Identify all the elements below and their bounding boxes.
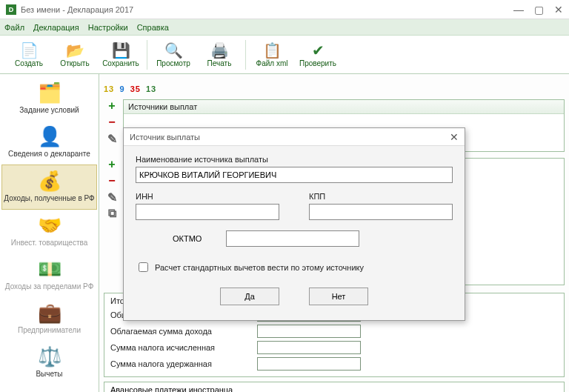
edit-source-button[interactable]: ✎ xyxy=(105,132,119,145)
dialog-close-button[interactable]: ✕ xyxy=(450,131,459,143)
window-title: Без имени - Декларация 2017 xyxy=(21,5,133,14)
kpp-label: КПП xyxy=(309,192,453,201)
titlebar: D Без имени - Декларация 2017 — ▢ ✕ xyxy=(0,0,569,19)
sidebar: 🗂️Задание условий 👤Сведения о декларанте… xyxy=(0,74,99,392)
briefcase-icon: 💼 xyxy=(38,302,61,325)
sidebar-item-conditions[interactable]: 🗂️Задание условий xyxy=(1,77,97,121)
check-icon: ✔ xyxy=(312,41,325,59)
preview-button[interactable]: 🔍Просмотр xyxy=(150,37,196,73)
folder-open-icon: 📂 xyxy=(66,41,84,59)
minimize-button[interactable]: — xyxy=(513,4,524,16)
sidebar-item-declarant[interactable]: 👤Сведения о декларанте xyxy=(1,121,97,165)
toolbar: 📄Создать 📂Открыть 💾Сохранить 🔍Просмотр 🖨… xyxy=(0,36,569,74)
taxable-income-label: Облагаемая сумма дохода xyxy=(110,327,251,336)
oktmo-input[interactable] xyxy=(226,230,359,247)
copy-income-button[interactable]: ⧉ xyxy=(105,207,119,220)
menu-help[interactable]: Справка xyxy=(137,23,169,32)
menu-file[interactable]: Файл xyxy=(4,23,24,32)
open-button[interactable]: 📂Открыть xyxy=(52,37,98,73)
inn-label: ИНН xyxy=(136,192,279,201)
file-new-icon: 📄 xyxy=(20,41,39,59)
save-button[interactable]: 💾Сохранить xyxy=(98,37,144,73)
main-area: 13 9 35 13 + − ✎ Источники выплат + − ✎ … xyxy=(99,74,569,392)
scale-icon: ⚖️ xyxy=(38,345,61,368)
add-source-button[interactable]: + xyxy=(105,99,119,113)
standard-deduction-checkbox-row[interactable]: Расчет стандартных вычетов вести по этом… xyxy=(136,260,453,274)
preview-icon: 🔍 xyxy=(164,41,183,59)
print-button[interactable]: 🖨️Печать xyxy=(196,37,242,73)
invest-icon: 🤝 xyxy=(38,214,61,237)
sidebar-item-entrepreneur: 💼Предприниматели xyxy=(1,297,97,341)
advance-header: Авансовые платежи иностранца xyxy=(110,385,558,392)
source-name-input[interactable] xyxy=(136,167,453,183)
tax-calculated-label: Сумма налога исчисленная xyxy=(110,343,251,352)
taxable-income-value xyxy=(257,325,361,338)
coins-icon: 💰 xyxy=(38,170,61,193)
save-icon: 💾 xyxy=(112,41,130,59)
tax-withheld-value xyxy=(257,357,361,371)
tax-rates-logo: 13 9 35 13 xyxy=(104,77,565,96)
maximize-button[interactable]: ▢ xyxy=(534,4,544,16)
standard-deduction-label: Расчет стандартных вычетов вести по этом… xyxy=(155,263,364,272)
inn-input[interactable] xyxy=(136,204,279,220)
tax-withheld-label: Сумма налога удержанная xyxy=(110,359,251,368)
globe-money-icon: 💵 xyxy=(38,258,61,281)
sources-panel-header: Источники выплат xyxy=(124,100,564,114)
menu-settings[interactable]: Настройки xyxy=(88,23,128,32)
remove-income-button[interactable]: − xyxy=(105,174,119,187)
create-button[interactable]: 📄Создать xyxy=(6,37,52,73)
menu-declaration[interactable]: Декларация xyxy=(33,23,79,32)
standard-deduction-checkbox[interactable] xyxy=(139,262,148,272)
payment-source-dialog: Источник выплаты ✕ Наименование источник… xyxy=(123,127,465,321)
menubar: Файл Декларация Настройки Справка xyxy=(0,19,569,36)
dialog-title: Источник выплаты xyxy=(130,133,200,142)
sidebar-item-income-abroad: 💵Доходы за пределами РФ xyxy=(1,253,97,297)
close-button[interactable]: ✕ xyxy=(554,4,563,16)
kpp-input[interactable] xyxy=(309,204,453,220)
person-icon: 👤 xyxy=(38,125,61,148)
check-button[interactable]: ✔Проверить xyxy=(295,37,341,73)
advance-panel: Авансовые платежи иностранца Сумма фикси… xyxy=(104,382,565,392)
xml-button[interactable]: 📋Файл xml xyxy=(249,37,295,73)
source-name-label: Наименование источника выплаты xyxy=(136,155,453,164)
tax-calculated-value xyxy=(257,341,361,354)
dialog-no-button[interactable]: Нет xyxy=(309,288,368,305)
xml-icon: 📋 xyxy=(263,41,282,59)
tree-icon: 🗂️ xyxy=(38,82,61,104)
print-icon: 🖨️ xyxy=(210,41,229,59)
app-icon: D xyxy=(6,4,16,15)
oktmo-label: ОКТМО xyxy=(173,234,217,243)
remove-source-button[interactable]: − xyxy=(105,116,119,129)
dialog-yes-button[interactable]: Да xyxy=(220,288,279,305)
sidebar-item-income-rf[interactable]: 💰Доходы, полученные в РФ xyxy=(1,165,97,210)
sidebar-item-deductions[interactable]: ⚖️Вычеты xyxy=(1,341,97,385)
edit-income-button[interactable]: ✎ xyxy=(105,190,119,204)
sidebar-item-invest: 🤝Инвест. товарищества xyxy=(1,210,97,253)
add-income-button[interactable]: + xyxy=(105,158,119,171)
